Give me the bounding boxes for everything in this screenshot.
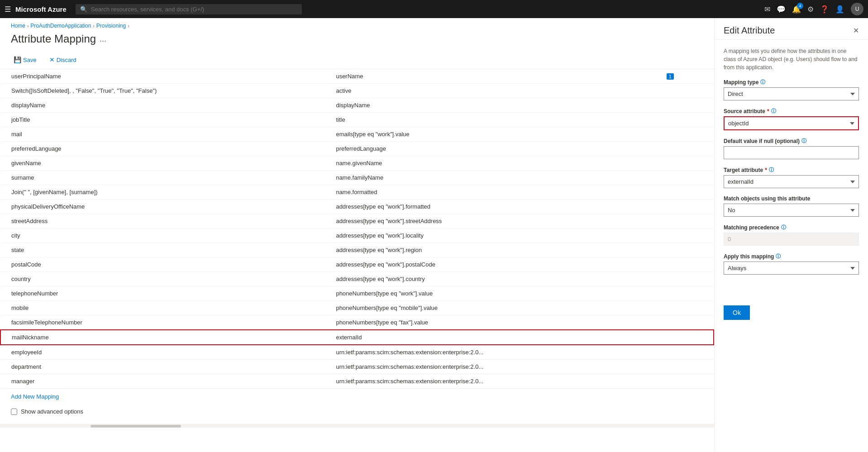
- target-attribute-cell: active: [325, 84, 653, 98]
- feedback-icon[interactable]: 👤: [835, 5, 844, 14]
- table-row[interactable]: givenNamename.givenName: [0, 156, 714, 171]
- mapping-type-info-icon[interactable]: ⓘ: [760, 79, 765, 86]
- discard-button[interactable]: ✕ Discard: [47, 54, 79, 65]
- source-attribute-cell: streetAddress: [0, 214, 325, 228]
- match-objects-group: Match objects using this attribute No: [724, 195, 859, 217]
- scrollbar-thumb[interactable]: [91, 425, 181, 428]
- table-row[interactable]: userPrincipalNameuserName1: [0, 69, 714, 84]
- table-row[interactable]: Join(" ", [givenName], [surname])name.fo…: [0, 185, 714, 200]
- table-row[interactable]: stateaddresses[type eq "work"].region: [0, 243, 714, 257]
- source-attribute-cell: userPrincipalName: [0, 69, 325, 84]
- apply-mapping-select[interactable]: Always: [724, 262, 859, 275]
- advanced-options-checkbox[interactable]: [11, 409, 17, 415]
- source-attribute-cell: displayName: [0, 98, 325, 113]
- default-value-label: Default value if null (optional) ⓘ: [724, 138, 859, 144]
- bell-icon[interactable]: 🔔 4: [792, 5, 801, 14]
- table-row[interactable]: streetAddressaddresses[type eq "work"].s…: [0, 214, 714, 228]
- source-attribute-info-icon[interactable]: ⓘ: [771, 108, 776, 114]
- source-attribute-cell: givenName: [0, 156, 325, 171]
- badge-cell: [654, 374, 714, 389]
- target-attribute-cell: phoneNumbers[type eq "work"].value: [325, 286, 653, 301]
- panel-header: Edit Attribute ✕: [715, 18, 868, 40]
- target-attribute-cell: urn:ietf:params:scim:schemas:extension:e…: [325, 345, 653, 360]
- source-attribute-cell: city: [0, 228, 325, 243]
- default-value-info-icon[interactable]: ⓘ: [801, 138, 806, 144]
- table-row[interactable]: employeeIdurn:ietf:params:scim:schemas:e…: [0, 345, 714, 360]
- target-attribute-cell: name.formatted: [325, 185, 653, 200]
- help-icon[interactable]: ❓: [820, 5, 829, 14]
- breadcrumb-provisioning[interactable]: Provisioning: [96, 23, 126, 29]
- save-label: Save: [23, 57, 37, 63]
- table-row[interactable]: departmenturn:ietf:params:scim:schemas:e…: [0, 360, 714, 374]
- target-attribute-select[interactable]: externalId: [724, 175, 859, 188]
- matching-precedence-info-icon[interactable]: ⓘ: [781, 224, 786, 231]
- table-row[interactable]: surnamename.familyName: [0, 171, 714, 185]
- source-attribute-cell: surname: [0, 171, 325, 185]
- badge-cell: [654, 127, 714, 142]
- badge-cell: [654, 272, 714, 286]
- table-row[interactable]: mailNicknameexternalId: [0, 330, 714, 345]
- badge-cell: [654, 200, 714, 214]
- email-icon[interactable]: ✉: [764, 5, 770, 14]
- advanced-options-label: Show advanced options: [21, 408, 83, 415]
- breadcrumb-home[interactable]: Home: [11, 23, 25, 29]
- badge-cell: 1: [654, 69, 714, 84]
- default-value-input[interactable]: [724, 146, 859, 159]
- source-attribute-cell: facsimileTelephoneNumber: [0, 315, 325, 330]
- target-attribute-label: Target attribute * ⓘ: [724, 167, 859, 173]
- match-objects-select[interactable]: No: [724, 204, 859, 217]
- target-attribute-cell: name.familyName: [325, 171, 653, 185]
- target-attribute-cell: title: [325, 113, 653, 127]
- table-row[interactable]: telephoneNumberphoneNumbers[type eq "wor…: [0, 286, 714, 301]
- save-button[interactable]: 💾 Save: [11, 54, 39, 65]
- ok-button[interactable]: Ok: [724, 305, 750, 320]
- search-bar[interactable]: 🔍: [76, 4, 302, 14]
- table-row[interactable]: mobilephoneNumbers[type eq "mobile"].val…: [0, 301, 714, 315]
- source-attribute-cell: country: [0, 272, 325, 286]
- scrollbar-area[interactable]: [0, 424, 714, 428]
- source-attribute-cell: telephoneNumber: [0, 286, 325, 301]
- table-row[interactable]: preferredLanguagepreferredLanguage: [0, 142, 714, 156]
- source-attribute-cell: mailNickname: [0, 330, 325, 345]
- table-row[interactable]: cityaddresses[type eq "work"].locality: [0, 228, 714, 243]
- table-row[interactable]: jobTitletitle: [0, 113, 714, 127]
- table-row[interactable]: postalCodeaddresses[type eq "work"].post…: [0, 257, 714, 272]
- source-attribute-cell: physicalDeliveryOfficeName: [0, 200, 325, 214]
- matching-precedence-label: Matching precedence ⓘ: [724, 224, 859, 231]
- table-row[interactable]: mailemails[type eq "work"].value: [0, 127, 714, 142]
- hamburger-icon[interactable]: ☰: [5, 5, 11, 14]
- target-attribute-cell: phoneNumbers[type eq "mobile"].value: [325, 301, 653, 315]
- panel-close-button[interactable]: ✕: [853, 26, 859, 35]
- source-attribute-cell: mail: [0, 127, 325, 142]
- source-attribute-cell: employeeId: [0, 345, 325, 360]
- table-row[interactable]: displayNamedisplayName: [0, 98, 714, 113]
- table-row[interactable]: managerurn:ietf:params:scim:schemas:exte…: [0, 374, 714, 389]
- mapping-type-label: Mapping type ⓘ: [724, 79, 859, 86]
- badge-cell: [654, 330, 714, 345]
- table-row[interactable]: countryaddresses[type eq "work"].country: [0, 272, 714, 286]
- chat-icon[interactable]: 💬: [777, 5, 786, 14]
- avatar[interactable]: U: [851, 3, 863, 15]
- panel-title: Edit Attribute: [724, 25, 775, 36]
- advanced-options: Show advanced options: [0, 404, 714, 424]
- source-attribute-select[interactable]: objectId: [724, 116, 859, 130]
- source-attribute-cell: postalCode: [0, 257, 325, 272]
- more-options-button[interactable]: ...: [100, 34, 106, 44]
- azure-logo: Microsoft Azure: [15, 5, 67, 13]
- gear-icon[interactable]: ⚙: [807, 5, 814, 14]
- badge-cell: [654, 257, 714, 272]
- table-row[interactable]: facsimileTelephoneNumberphoneNumbers[typ…: [0, 315, 714, 330]
- target-attribute-cell: userName: [325, 69, 653, 84]
- breadcrumb-app[interactable]: ProAuthDemoApplication: [30, 23, 91, 29]
- add-new-mapping-link[interactable]: Add New Mapping: [0, 389, 714, 404]
- target-attribute-cell: emails[type eq "work"].value: [325, 127, 653, 142]
- attribute-table: userPrincipalNameuserName1Switch([IsSoft…: [0, 69, 714, 389]
- table-row[interactable]: Switch([IsSoftDeleted], , "False", "True…: [0, 84, 714, 98]
- table-row[interactable]: physicalDeliveryOfficeNameaddresses[type…: [0, 200, 714, 214]
- mapping-type-select[interactable]: Direct: [724, 87, 859, 100]
- apply-mapping-info-icon[interactable]: ⓘ: [776, 253, 781, 260]
- breadcrumb-sep-3: ›: [128, 24, 129, 29]
- search-input[interactable]: [91, 6, 297, 13]
- target-attribute-info-icon[interactable]: ⓘ: [769, 167, 774, 173]
- source-attribute-cell: Join(" ", [givenName], [surname]): [0, 185, 325, 200]
